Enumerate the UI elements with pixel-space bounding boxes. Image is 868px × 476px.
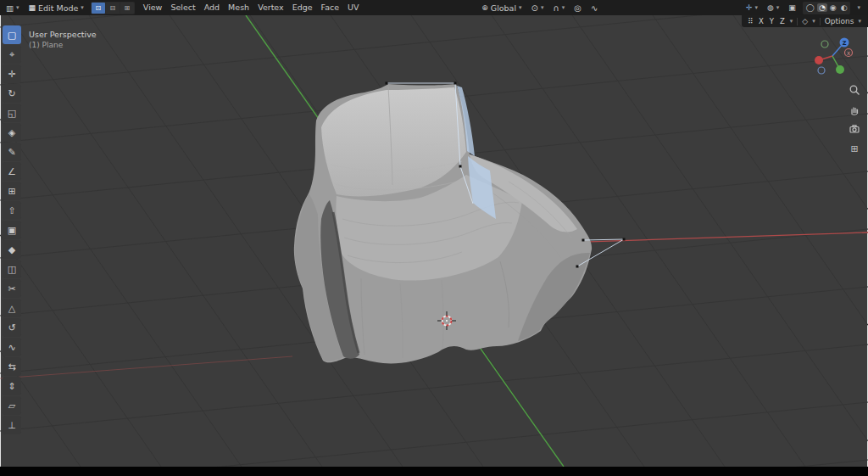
menu-edge[interactable]: Edge xyxy=(288,1,317,14)
tool-knife[interactable]: ✂ xyxy=(3,279,21,298)
tool-shrink-fatten[interactable]: ⇕ xyxy=(3,377,21,395)
menu-select[interactable]: Select xyxy=(166,1,199,14)
tool-poly-build[interactable]: △ xyxy=(3,299,21,317)
menu-uv[interactable]: UV xyxy=(343,1,363,14)
select-mode-group: ⊡ ⊟ ⊞ xyxy=(91,2,135,14)
loop-cut-icon: ◫ xyxy=(8,264,16,275)
shrink-fatten-icon: ⇕ xyxy=(8,381,15,392)
shading-mode-1-icon[interactable]: ◔ xyxy=(817,3,827,12)
annotate-icon: ✎ xyxy=(8,147,15,158)
menu-face[interactable]: Face xyxy=(317,1,343,14)
cursor-icon: ⌖ xyxy=(9,49,14,60)
overlays-icon: ◍ xyxy=(767,3,774,12)
edge-slide-icon: ⇆ xyxy=(8,361,15,372)
axis-x-label: X xyxy=(847,50,850,56)
tool-rotate[interactable]: ↻ xyxy=(3,84,21,103)
xray-toggle[interactable]: ▣ xyxy=(786,1,798,14)
axis-y-toggle[interactable]: Y xyxy=(769,17,775,25)
measure-icon: ∠ xyxy=(8,166,16,177)
perspective-label: User Perspective xyxy=(29,29,97,40)
vertex-select-button[interactable]: ⊡ xyxy=(92,3,105,14)
edge-select-button[interactable]: ⊟ xyxy=(106,3,120,14)
axis-z-toggle[interactable]: Z xyxy=(779,17,786,25)
tool-rip-region[interactable]: ⊥ xyxy=(3,416,21,434)
editor-type-dropdown[interactable]: ▥ ▾ xyxy=(3,1,22,14)
options-label[interactable]: Options xyxy=(825,17,854,25)
viewport-header: ▥ ▾ ▦ Edit Mode ▾ ⊡ ⊟ ⊞ ViewSelectAddMes… xyxy=(0,0,868,15)
zoom-icon[interactable] xyxy=(848,83,861,97)
tool-select-box[interactable]: ▢ xyxy=(3,25,21,44)
tool-bevel[interactable]: ◆ xyxy=(3,240,21,259)
camera-view-icon[interactable] xyxy=(848,122,861,136)
axis-y-ball[interactable] xyxy=(836,65,844,74)
rotate-icon: ↻ xyxy=(8,88,15,99)
chevron-down-icon: ▾ xyxy=(754,5,758,11)
move-view-hand-icon[interactable] xyxy=(848,103,861,116)
menu-mesh[interactable]: Mesh xyxy=(224,1,253,14)
axis-x-neg-ball[interactable] xyxy=(815,56,823,64)
axis-z-neg-ball[interactable] xyxy=(818,67,825,74)
axis-y-neg-ball[interactable] xyxy=(821,41,828,48)
chevron-down-icon: ▾ xyxy=(776,5,780,11)
tool-loop-cut[interactable]: ◫ xyxy=(3,260,21,278)
tool-extrude-region[interactable]: ⇧ xyxy=(3,201,21,220)
viewport-info-text: User Perspective (1) Plane xyxy=(29,29,97,50)
tool-scale[interactable]: ◱ xyxy=(3,104,21,122)
snap-shape-icon[interactable]: ◇ xyxy=(802,17,808,25)
viewport-nav-controls: ⊞ xyxy=(848,83,861,155)
tool-spin[interactable]: ↺ xyxy=(3,318,21,337)
chevron-down-icon[interactable]: ▾ xyxy=(858,19,861,25)
pivot-dropdown[interactable]: ⊙ ▾ xyxy=(529,1,547,14)
chevron-down-icon: ▾ xyxy=(519,5,522,11)
tool-cursor[interactable]: ⌖ xyxy=(3,45,21,64)
chevron-down-icon[interactable]: ▾ xyxy=(790,19,793,25)
divider xyxy=(797,18,798,25)
tool-shelf: ▢⌖✛↻◱◈✎∠⊞⇧▣◆◫✂△↺∿⇆⇕▱⊥ xyxy=(3,25,23,434)
edit-mode-icon: ▦ xyxy=(29,3,36,12)
poly-build-icon: △ xyxy=(8,303,15,314)
tool-transform[interactable]: ◈ xyxy=(3,123,21,142)
tool-inset-faces[interactable]: ▣ xyxy=(3,221,21,239)
tool-smooth[interactable]: ∿ xyxy=(3,338,21,356)
tool-annotate[interactable]: ✎ xyxy=(3,143,21,161)
tool-shear[interactable]: ▱ xyxy=(3,396,21,415)
header-menus: ViewSelectAddMeshVertexEdgeFaceUV xyxy=(139,1,364,14)
axis-x-toggle[interactable]: X xyxy=(758,17,765,25)
orientation-dropdown[interactable]: ⊕ Global ▾ xyxy=(479,1,524,14)
viewport-3d[interactable]: User Perspective (1) Plane ▢⌖✛↻◱◈✎∠⊞⇧▣◆◫… xyxy=(0,15,868,467)
show-gizmo-dropdown[interactable]: ✛ ▾ xyxy=(743,1,760,14)
shading-mode-group: ◯◔◉◐ xyxy=(803,2,851,14)
transform-icon: ◈ xyxy=(8,127,15,138)
mode-dropdown[interactable]: ▦ Edit Mode ▾ xyxy=(26,1,86,14)
toggle-ortho-icon[interactable]: ⊞ xyxy=(848,142,861,155)
viewport-canvas[interactable] xyxy=(0,15,868,467)
shading-mode-2-icon[interactable]: ◉ xyxy=(828,3,838,12)
proportional-icon: ◎ xyxy=(574,3,581,13)
shading-mode-3-icon[interactable]: ◐ xyxy=(839,3,849,12)
tool-edge-slide[interactable]: ⇆ xyxy=(3,357,21,376)
tool-move[interactable]: ✛ xyxy=(3,64,21,83)
spin-icon: ↺ xyxy=(8,322,15,333)
scale-icon: ◱ xyxy=(8,108,16,119)
chevron-down-icon[interactable]: ▾ xyxy=(812,19,815,25)
shading-dropdown[interactable]: ▾ xyxy=(854,1,863,14)
magnet-icon: ∩ xyxy=(554,3,559,13)
proportional-editing-toggle[interactable]: ◎ xyxy=(571,1,584,14)
mode-label: Edit Mode xyxy=(38,3,78,13)
pivot-icon: ⊙ xyxy=(531,3,538,13)
falloff-dropdown[interactable]: ∿ xyxy=(588,1,600,14)
overlays-dropdown[interactable]: ◍ ▾ xyxy=(765,1,782,14)
letterbox-bar xyxy=(0,467,868,476)
menu-add[interactable]: Add xyxy=(200,1,224,14)
snap-toggle[interactable]: ∩ ▾ xyxy=(551,1,568,14)
tool-measure[interactable]: ∠ xyxy=(3,162,21,181)
tool-settings-bar: ⠿ X Y Z ▾ ◇ ▾ Options ▾ xyxy=(742,15,868,27)
menu-vertex[interactable]: Vertex xyxy=(253,1,288,14)
chevron-down-icon: ▾ xyxy=(857,5,860,11)
face-select-button[interactable]: ⊞ xyxy=(120,3,134,14)
shading-mode-0-icon[interactable]: ◯ xyxy=(804,3,816,12)
tool-add-cube[interactable]: ⊞ xyxy=(3,182,21,200)
menu-view[interactable]: View xyxy=(139,1,167,14)
navigation-gizmo[interactable]: Z X xyxy=(810,34,860,80)
move-icon: ✛ xyxy=(8,69,15,80)
